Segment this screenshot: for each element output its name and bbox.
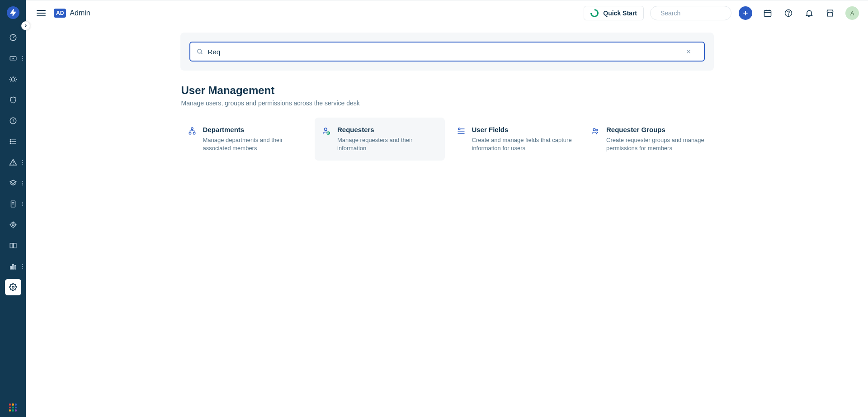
svg-point-22 xyxy=(12,286,14,289)
nav-assets[interactable] xyxy=(5,175,21,191)
svg-rect-21 xyxy=(14,265,15,269)
svg-point-42 xyxy=(458,128,460,130)
settings-cards: Departments Manage departments and their… xyxy=(180,118,714,161)
bug-icon xyxy=(9,75,17,83)
nav-releases[interactable] xyxy=(5,113,21,129)
alert-triangle-icon xyxy=(9,158,17,166)
notifications-button[interactable] xyxy=(804,8,815,19)
svg-point-12 xyxy=(13,164,13,164)
svg-point-2 xyxy=(13,58,14,59)
nav-reports[interactable] xyxy=(5,258,21,275)
product-logo[interactable] xyxy=(7,6,19,19)
marketplace-button[interactable] xyxy=(825,8,835,19)
nav-more-icon[interactable] xyxy=(22,160,23,165)
nav-more-icon[interactable] xyxy=(22,202,23,206)
avatar-initial: A xyxy=(850,10,854,17)
global-search[interactable] xyxy=(650,6,731,20)
gauge-icon xyxy=(9,33,17,42)
nav-problems[interactable] xyxy=(5,71,21,87)
help-button[interactable] xyxy=(783,8,794,19)
apps-grid-icon xyxy=(9,403,17,412)
svg-point-33 xyxy=(197,49,201,53)
user-fields-icon xyxy=(457,127,466,136)
document-icon xyxy=(9,200,17,208)
card-title: Departments xyxy=(203,126,303,133)
list-icon xyxy=(9,137,17,146)
nav-solutions[interactable] xyxy=(5,237,21,254)
search-icon xyxy=(197,48,203,55)
departments-icon xyxy=(188,127,197,136)
bar-chart-icon xyxy=(9,262,17,270)
nav-tickets[interactable] xyxy=(5,50,21,66)
close-icon xyxy=(686,49,691,54)
section-title: User Management xyxy=(180,84,714,97)
nav-changes[interactable] xyxy=(5,92,21,108)
nav-more-icon[interactable] xyxy=(22,264,23,269)
shield-icon xyxy=(9,96,17,104)
top-bar: AD Admin Quick Start A xyxy=(26,0,868,26)
svg-rect-39 xyxy=(193,133,195,134)
breadcrumb: Admin xyxy=(70,9,90,17)
svg-point-47 xyxy=(596,129,598,131)
hamburger-menu[interactable] xyxy=(37,10,46,16)
nav-admin[interactable] xyxy=(5,279,21,295)
bell-icon xyxy=(805,9,814,18)
svg-point-37 xyxy=(191,128,193,129)
svg-point-17 xyxy=(10,223,15,227)
book-icon xyxy=(9,242,17,250)
card-title: Requester Groups xyxy=(606,126,707,133)
nav-more-icon[interactable] xyxy=(22,56,23,61)
main-content: User Management Manage users, groups and… xyxy=(26,26,868,417)
nav-oncall[interactable] xyxy=(5,217,21,233)
new-button[interactable] xyxy=(739,6,752,20)
svg-rect-19 xyxy=(10,266,11,269)
nav-more-icon[interactable] xyxy=(22,181,23,185)
svg-point-18 xyxy=(12,224,14,226)
svg-point-3 xyxy=(11,78,15,81)
calendar-icon xyxy=(763,9,772,18)
card-requesters[interactable]: Requesters Manage requesters and their i… xyxy=(315,118,445,161)
card-title: User Fields xyxy=(472,126,572,133)
card-title: Requesters xyxy=(337,126,438,133)
svg-line-34 xyxy=(201,52,202,54)
nav-alerts[interactable] xyxy=(5,154,21,171)
svg-rect-27 xyxy=(764,10,771,16)
svg-marker-13 xyxy=(10,180,16,184)
card-departments[interactable]: Departments Manage departments and their… xyxy=(180,118,311,161)
svg-point-9 xyxy=(10,141,11,142)
calendar-button[interactable] xyxy=(762,8,773,19)
admin-search-input[interactable] xyxy=(208,48,684,56)
global-search-input[interactable] xyxy=(660,9,740,17)
expand-rail-button[interactable] xyxy=(21,21,30,30)
svg-rect-20 xyxy=(12,265,13,270)
svg-point-40 xyxy=(324,128,327,131)
nav-list[interactable] xyxy=(5,133,21,150)
admin-search-panel xyxy=(180,33,714,71)
requesters-icon xyxy=(322,127,331,136)
card-desc: Create requester groups and manage permi… xyxy=(606,136,707,152)
section-subtitle: Manage users, groups and permissions acr… xyxy=(180,100,714,107)
quick-start-button[interactable]: Quick Start xyxy=(584,6,644,20)
clear-search-button[interactable] xyxy=(684,49,698,54)
ticket-icon xyxy=(9,54,17,62)
nav-contracts[interactable] xyxy=(5,196,21,212)
badge-icon xyxy=(9,221,17,229)
card-requester-groups[interactable]: Requester Groups Create requester groups… xyxy=(584,118,714,161)
card-desc: Manage departments and their associated … xyxy=(203,136,303,152)
card-user-fields[interactable]: User Fields Create and manage fields tha… xyxy=(449,118,580,161)
gear-icon xyxy=(9,283,17,291)
svg-point-32 xyxy=(788,15,788,15)
app-switcher[interactable] xyxy=(0,403,26,412)
nav-dashboard[interactable] xyxy=(5,29,21,46)
quick-start-label: Quick Start xyxy=(603,9,637,17)
svg-point-10 xyxy=(10,143,11,144)
left-nav-rail xyxy=(0,0,26,417)
admin-search-field[interactable] xyxy=(189,42,705,62)
user-avatar[interactable]: A xyxy=(845,6,859,20)
svg-rect-38 xyxy=(189,133,191,134)
module-badge: AD xyxy=(54,9,66,18)
plus-icon xyxy=(742,10,749,16)
spinner-icon xyxy=(589,7,600,19)
card-desc: Manage requesters and their information xyxy=(337,136,438,152)
svg-point-46 xyxy=(593,128,595,131)
